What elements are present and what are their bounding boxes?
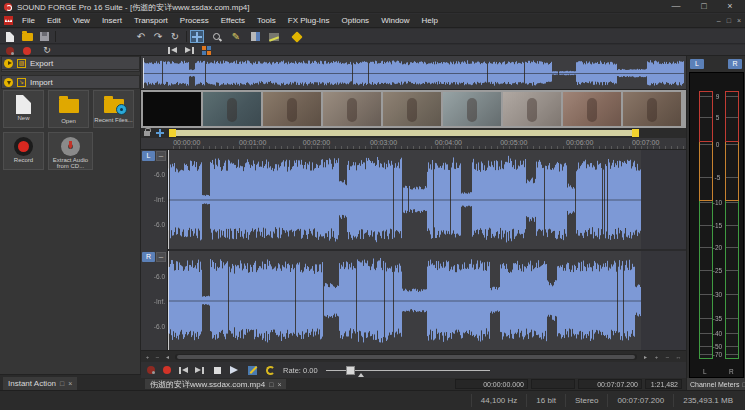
redo-button[interactable]: ↷: [151, 30, 165, 43]
scrollbar-track[interactable]: [175, 354, 637, 360]
video-thumbnail[interactable]: [623, 92, 681, 126]
left-channel-button[interactable]: L: [142, 151, 155, 161]
video-thumbnail[interactable]: [143, 92, 201, 126]
open-file-button[interactable]: [20, 30, 34, 43]
sidebar-item[interactable]: ▨ Export: [1, 56, 140, 70]
extract-audio-button[interactable]: Extract Audio from CD...: [48, 132, 93, 170]
recent-files-button[interactable]: Recent Files...: [93, 90, 134, 128]
video-thumbnail[interactable]: [263, 92, 321, 126]
menu-item[interactable]: Tools: [251, 14, 282, 28]
video-thumbnail[interactable]: [203, 92, 261, 126]
right-channel-button[interactable]: R: [142, 252, 155, 262]
scroll-left-icon[interactable]: ◂: [163, 353, 172, 361]
menu-item[interactable]: Process: [174, 14, 215, 28]
play-chain-button[interactable]: [245, 364, 259, 376]
snap-grid-button[interactable]: [199, 46, 213, 55]
menu-item[interactable]: Options: [336, 14, 376, 28]
sidebar-tab-strip: Instant Action □ ×: [0, 374, 141, 390]
document-tab[interactable]: 伤逝的安详www.ssdax.com.mp4 □ ×: [144, 378, 287, 390]
menu-item[interactable]: Transport: [128, 14, 174, 28]
mdi-minimize-icon[interactable]: –: [717, 14, 721, 28]
menu-item[interactable]: Window: [375, 14, 415, 28]
mdi-restore-icon[interactable]: □: [727, 14, 731, 28]
rate-slider[interactable]: [326, 370, 490, 371]
zoom-out-icon[interactable]: –: [663, 353, 672, 361]
repeat-button[interactable]: ↻: [168, 30, 182, 43]
tab-float-icon[interactable]: □: [60, 380, 64, 387]
menu-item[interactable]: Edit: [41, 14, 67, 28]
meter-left-button[interactable]: L: [690, 59, 704, 69]
loop-start-handle[interactable]: [169, 129, 176, 137]
minimize-channel-icon[interactable]: –: [156, 151, 166, 161]
scroll-right-icon[interactable]: ▸: [641, 353, 650, 361]
go-to-start-button[interactable]: [176, 364, 190, 376]
loop-region-bar[interactable]: [141, 128, 686, 138]
save-button[interactable]: [37, 30, 51, 43]
go-to-end-button[interactable]: [192, 364, 206, 376]
rate-slider-handle[interactable]: [346, 366, 355, 375]
scrollbar-thumb[interactable]: [177, 355, 635, 359]
menu-item[interactable]: Insert: [96, 14, 128, 28]
magnify-tool-button[interactable]: [210, 30, 224, 43]
sidebar-item-import[interactable]: ↘ Import: [1, 75, 140, 89]
go-to-start-button[interactable]: [165, 46, 179, 55]
video-thumbnail[interactable]: [443, 92, 501, 126]
menu-item[interactable]: FX Plug-Ins: [282, 14, 336, 28]
zoom-in-time-icon[interactable]: +: [143, 353, 152, 361]
channel-meters-tab[interactable]: Channel Meters □: [687, 378, 745, 390]
minimize-icon[interactable]: —: [665, 0, 687, 13]
meter-display[interactable]: 950-5-10-15-20-25-30-35-40-50-70 L R: [689, 72, 744, 378]
zoom-out-time-icon[interactable]: –: [153, 353, 162, 361]
lock-icon[interactable]: [144, 131, 150, 136]
menu-item[interactable]: Effects: [215, 14, 251, 28]
record-remote-button[interactable]: [144, 364, 158, 376]
meter-right-button[interactable]: R: [728, 59, 742, 69]
video-thumbnail-strip[interactable]: [141, 90, 686, 128]
loop-end-handle[interactable]: [632, 129, 639, 137]
video-thumbnail[interactable]: [323, 92, 381, 126]
more-tools-button[interactable]: [290, 30, 304, 43]
video-thumbnail[interactable]: [383, 92, 441, 126]
instant-action-tab[interactable]: Instant Action □ ×: [2, 376, 78, 391]
stop-button[interactable]: [210, 364, 224, 376]
import-open-button[interactable]: Open: [48, 90, 89, 128]
left-channel-waveform[interactable]: [168, 150, 686, 249]
tab-close-icon[interactable]: ×: [68, 380, 72, 387]
channel-meters-panel: L R 950-5-10-15-20-25-30-35-40-50-70 L R: [686, 56, 745, 390]
marker-tool-icon[interactable]: [156, 129, 164, 137]
minimize-channel-icon[interactable]: –: [156, 252, 166, 262]
right-channel-waveform[interactable]: [168, 251, 686, 350]
tab-close-icon[interactable]: ×: [277, 381, 281, 388]
zoom-fit-icon[interactable]: ↔: [674, 353, 683, 361]
horizontal-scrollbar[interactable]: + – ◂ ▸ + – ↔: [141, 350, 686, 362]
new-file-button[interactable]: [3, 30, 17, 43]
import-new-button[interactable]: New: [3, 90, 44, 128]
zoom-in-icon[interactable]: +: [652, 353, 661, 361]
menu-item[interactable]: File: [16, 14, 41, 28]
loop-playback-button[interactable]: [263, 364, 277, 376]
video-thumbnail[interactable]: [563, 92, 621, 126]
record-button[interactable]: [160, 364, 174, 376]
envelope-tool-button[interactable]: [267, 30, 281, 43]
record-remote-button[interactable]: [3, 46, 17, 55]
time-ruler[interactable]: 00:00:0000:01:0000:02:0000:03:0000:04:00…: [141, 138, 686, 150]
video-thumbnail[interactable]: [503, 92, 561, 126]
document-menu-icon[interactable]: [4, 16, 13, 25]
maximize-icon[interactable]: □: [693, 0, 715, 13]
undo-button[interactable]: ↶: [134, 30, 148, 43]
edit-tool-button[interactable]: [190, 30, 204, 43]
pencil-tool-button[interactable]: ✎: [229, 30, 243, 43]
menu-item[interactable]: View: [67, 14, 96, 28]
tab-float-icon[interactable]: □: [269, 381, 273, 388]
mdi-close-icon[interactable]: ×: [737, 14, 741, 28]
close-icon[interactable]: ×: [719, 0, 741, 13]
loop-playback-button[interactable]: ↻: [40, 46, 54, 55]
record-button[interactable]: Record: [3, 132, 44, 170]
play-button[interactable]: [227, 364, 241, 376]
event-tool-button[interactable]: [248, 30, 262, 43]
go-to-end-button[interactable]: [182, 46, 196, 55]
waveform-overview[interactable]: [141, 56, 686, 90]
menu-item[interactable]: Help: [416, 14, 444, 28]
record-button[interactable]: [20, 46, 34, 55]
loop-region[interactable]: [170, 130, 638, 136]
